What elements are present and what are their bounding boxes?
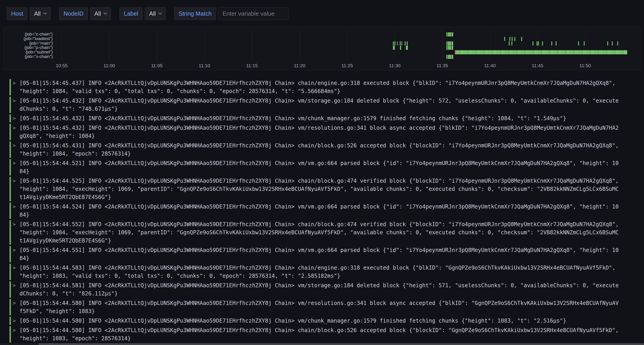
- log-entry[interactable]: > [05-01|15:54:44.552] INFO <2AcRkXTLLtQ…: [10, 220, 640, 245]
- log-volume-mark: [512, 37, 512, 41]
- log-volume-mark: [446, 41, 453, 45]
- log-text: [05-01|15:54:44.583] INFO <2AcRkXTLLtQjv…: [20, 264, 616, 280]
- expand-chevron-icon[interactable]: >: [13, 114, 18, 122]
- expand-chevron-icon[interactable]: >: [13, 124, 18, 140]
- log-volume-mark: [504, 37, 505, 41]
- log-volume-mark: [521, 37, 522, 41]
- log-text-row: "height": 1084, "epoch": 28576314}: [20, 150, 618, 158]
- log-entry[interactable]: > [05-01|15:54:44.580] INFO <2AcRkXTLLtQ…: [10, 326, 640, 343]
- time-axis-label: 11:45: [522, 63, 553, 68]
- log-text-row: [05-01|15:54:44.580] INFO <2AcRkXTLLtQjv…: [20, 326, 618, 334]
- log-volume-mark: [456, 50, 627, 54]
- expand-chevron-icon[interactable]: >: [13, 326, 18, 343]
- log-text-row: [05-01|15:54:44.580] INFO <2AcRkXTLLtQjv…: [20, 299, 618, 307]
- log-volume-mark: [532, 41, 534, 45]
- string-match-label: String Match: [174, 7, 216, 20]
- log-volume-mark: [402, 41, 402, 45]
- log-entry[interactable]: > [05-01|15:54:44.583] INFO <2AcRkXTLLtQ…: [10, 264, 640, 280]
- log-text: [05-01|15:54:45.431] INFO <2AcRkXTLLtQjv…: [20, 141, 618, 158]
- log-text-row: 84}: [20, 211, 618, 219]
- log-text: [05-01|15:54:44.580] INFO <2AcRkXTLLtQjv…: [20, 317, 566, 325]
- log-volume-mark: [617, 41, 618, 45]
- variable-dropdown[interactable]: All: [145, 7, 166, 20]
- log-volume-mark: [512, 41, 512, 45]
- log-volume-mark: [394, 41, 396, 45]
- log-volume-mark: [397, 41, 398, 45]
- log-text: [05-01|15:54:44.551] INFO <2AcRkXTLLtQjv…: [20, 246, 618, 262]
- plot-area[interactable]: {job="c-chain"}{job="loadtest"}{job="mai…: [4, 27, 640, 70]
- log-volume-mark: [446, 55, 453, 59]
- log-entry[interactable]: > [05-01|15:54:45.431] INFO <2AcRkXTLLtQ…: [10, 141, 640, 158]
- log-text-row: 84}: [20, 167, 618, 175]
- log-entry[interactable]: > [05-01|15:54:44.521] INFO <2AcRkXTLLtQ…: [10, 159, 640, 175]
- log-text-row: gQXq8", "height": 1084}: [20, 132, 618, 140]
- variable-value: All: [34, 10, 40, 17]
- expand-chevron-icon[interactable]: >: [13, 281, 18, 298]
- log-volume-mark: [510, 37, 510, 41]
- log-text-row: [05-01|15:54:44.521] INFO <2AcRkXTLLtQjv…: [20, 159, 618, 167]
- log-text: [05-01|15:54:45.432] INFO <2AcRkXTLLtQjv…: [20, 97, 618, 113]
- log-volume-panel: {job="c-chain"}{job="loadtest"}{job="mai…: [4, 27, 640, 70]
- time-axis-label: 11:05: [141, 63, 173, 68]
- expand-chevron-icon[interactable]: >: [13, 264, 18, 280]
- time-axis-label: 11:25: [331, 63, 363, 68]
- expand-chevron-icon[interactable]: >: [13, 159, 18, 175]
- log-volume-mark: [538, 41, 539, 45]
- grid-line: [157, 30, 157, 62]
- variable-dropdown[interactable]: All: [30, 7, 50, 20]
- log-text-row: [05-01|15:54:44.552] INFO <2AcRkXTLLtQjv…: [20, 220, 618, 228]
- legend-row-label: {job="loadtest"}: [4, 36, 53, 41]
- expand-chevron-icon[interactable]: >: [13, 299, 18, 315]
- expand-chevron-icon[interactable]: >: [13, 220, 18, 245]
- log-entry[interactable]: > [05-01|15:54:45.432] INFO <2AcRkXTLLtQ…: [10, 114, 640, 122]
- expand-chevron-icon[interactable]: >: [13, 79, 18, 95]
- grafana-log-dashboard: Host All NodeID All Label All String Mat…: [0, 0, 644, 345]
- log-entry[interactable]: > [05-01|15:54:44.524] INFO <2AcRkXTLLtQ…: [10, 203, 640, 219]
- log-volume-mark: [400, 46, 401, 50]
- log-entry[interactable]: > [05-01|15:54:45.432] INFO <2AcRkXTLLtQ…: [10, 97, 640, 113]
- log-entry[interactable]: > [05-01|15:54:44.580] INFO <2AcRkXTLLtQ…: [10, 299, 640, 315]
- horizontal-scrollbar-thumb[interactable]: [38, 343, 644, 345]
- time-axis-label: 11:10: [188, 63, 220, 68]
- log-text: [05-01|15:54:44.552] INFO <2AcRkXTLLtQjv…: [20, 220, 618, 245]
- log-text-row: "height": 1084, "execHeight": 1069, "par…: [20, 228, 618, 237]
- chevron-down-icon: [43, 11, 47, 15]
- log-text-row: [05-01|15:54:44.524] INFO <2AcRkXTLLtQjv…: [20, 203, 618, 211]
- log-entry[interactable]: > [05-01|15:54:44.525] INFO <2AcRkXTLLtQ…: [10, 177, 640, 201]
- log-volume-mark: [446, 46, 453, 50]
- time-axis-label: 11:00: [93, 63, 125, 68]
- time-axis-label: 11:35: [426, 63, 458, 68]
- log-volume-mark: [393, 46, 395, 50]
- log-entry[interactable]: > [05-01|15:54:44.580] INFO <2AcRkXTLLtQ…: [10, 317, 640, 325]
- log-volume-mark: [584, 41, 585, 45]
- variables-toolbar: Host All NodeID All Label All String Mat…: [7, 7, 289, 20]
- time-axis-label: 11:20: [284, 63, 316, 68]
- log-entry[interactable]: > [05-01|15:54:45.432] INFO <2AcRkXTLLtQ…: [10, 124, 640, 140]
- log-entry[interactable]: > [05-01|15:54:44.581] INFO <2AcRkXTLLtQ…: [10, 281, 640, 298]
- expand-chevron-icon[interactable]: >: [13, 246, 18, 262]
- expand-chevron-icon[interactable]: >: [13, 177, 18, 201]
- expand-chevron-icon[interactable]: >: [13, 141, 18, 158]
- log-entry[interactable]: > [05-01|15:54:45.437] INFO <2AcRkXTLLtQ…: [10, 79, 640, 95]
- log-volume-mark: [542, 41, 543, 45]
- legend-row-label: {job="c-chain"}: [4, 32, 53, 36]
- grid-line: [252, 30, 252, 62]
- grid-line: [395, 30, 395, 62]
- log-text: [05-01|15:54:45.432] INFO <2AcRkXTLLtQjv…: [20, 124, 618, 140]
- log-volume-mark: [509, 41, 510, 45]
- legend-row-label: {job="main"}: [4, 41, 53, 45]
- log-entry[interactable]: > [05-01|15:54:44.551] INFO <2AcRkXTLLtQ…: [10, 246, 640, 262]
- string-match-input[interactable]: [218, 7, 289, 20]
- grid-line: [347, 30, 348, 62]
- variable-group-label: Label All: [120, 7, 166, 20]
- grid-line: [490, 30, 490, 62]
- series-legend: {job="c-chain"}{job="loadtest"}{job="mai…: [4, 32, 53, 59]
- expand-chevron-icon[interactable]: >: [13, 317, 18, 325]
- expand-chevron-icon[interactable]: >: [13, 203, 18, 219]
- horizontal-scrollbar-track: [0, 343, 644, 345]
- log-text-row: dChunks": 0, "t": "826.112µs"}: [20, 290, 618, 298]
- expand-chevron-icon[interactable]: >: [13, 97, 18, 113]
- variable-dropdown[interactable]: All: [90, 7, 111, 20]
- string-match-group: String Match: [174, 7, 289, 20]
- variable-label: Host: [7, 7, 28, 20]
